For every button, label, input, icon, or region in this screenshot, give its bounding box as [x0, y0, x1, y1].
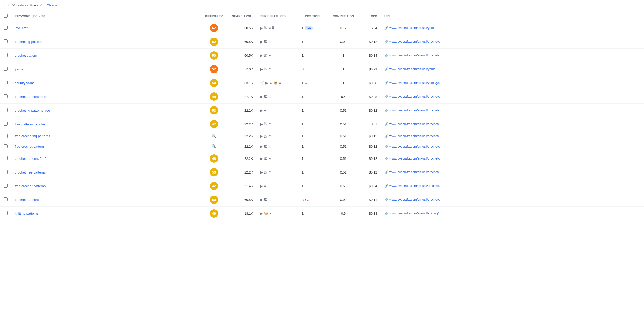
url-link[interactable]: www.lovecrafts.com/en-us/l/crochet/... — [389, 157, 441, 160]
keyword-link[interactable]: crochet patterns for free — [15, 157, 50, 161]
url-cell[interactable]: 🔗 www.lovecrafts.com/en-us/l/crochet/... — [381, 90, 644, 104]
keyword-link[interactable]: crocheting patterns — [15, 40, 43, 44]
url-cell[interactable]: 🔗 www.lovecrafts.com/en-us/l/crochet/... — [381, 165, 644, 179]
url-link[interactable]: www.lovecrafts.com/en-us/l/crochet/... — [389, 170, 441, 174]
url-cell[interactable]: 🔗 www.lovecrafts.com/en-us/l/crochet/... — [381, 49, 644, 62]
filter-remove-button[interactable]: ✕ — [39, 4, 42, 7]
row-checkbox-cell[interactable] — [0, 131, 11, 141]
keyword-link[interactable]: knitting patterns — [15, 212, 39, 215]
row-checkbox[interactable] — [4, 67, 8, 71]
keyword-cell: free crocheting patterns — [11, 131, 200, 141]
url-link[interactable]: www.lovecrafts.com/en-us/l/crochet/... — [389, 134, 441, 138]
url-link[interactable]: www.lovecrafts.com/en-us/l/crochet/... — [389, 184, 441, 188]
row-checkbox[interactable] — [4, 81, 8, 84]
filter-chip-video[interactable]: SERP Features: Video ✕ — [4, 3, 45, 8]
url-cell[interactable]: 🔗 www.lovecrafts.com/en-us/l/crochet/... — [381, 131, 644, 141]
row-checkbox[interactable] — [4, 144, 8, 148]
row-checkbox-cell[interactable] — [0, 62, 11, 76]
difficulty-badge: 50 — [210, 168, 218, 176]
row-checkbox[interactable] — [4, 26, 8, 30]
row-checkbox-cell[interactable] — [0, 207, 11, 220]
row-checkbox[interactable] — [4, 39, 8, 43]
row-checkbox-cell[interactable] — [0, 76, 11, 90]
row-checkbox-cell[interactable] — [0, 49, 11, 62]
url-cell[interactable]: 🔗 www.lovecrafts.com/en-us/l/crochet/... — [381, 35, 644, 49]
row-checkbox-cell[interactable] — [0, 179, 11, 193]
video-icon: ▶ — [260, 109, 263, 112]
row-checkbox[interactable] — [4, 211, 8, 215]
row-checkbox-cell[interactable] — [0, 165, 11, 179]
url-link[interactable]: www.lovecrafts.com/en-us/l/yarns — [389, 26, 435, 30]
url-link[interactable]: www.lovecrafts.com/en-us/l/crochet/... — [389, 198, 441, 201]
keyword-cell: crochet free patterns — [11, 165, 200, 179]
video-icon: ▶ — [265, 81, 268, 85]
keyword-link[interactable]: free crochet pattern — [15, 145, 44, 148]
url-link[interactable]: www.lovecrafts.com/en-us/l/yarns/ya... — [389, 81, 442, 85]
basket-icon: 🧺 — [274, 81, 278, 85]
url-link[interactable]: www.lovecrafts.com/en-us/l/crochet/... — [389, 95, 441, 98]
external-link-icon: 🔗 — [384, 26, 388, 30]
row-checkbox-cell[interactable] — [0, 152, 11, 165]
url-cell[interactable]: 🔗 www.lovecrafts.com/en-us/l/crochet/... — [381, 141, 644, 152]
filter-bar: SERP Features: Video ✕ Clear all — [0, 0, 644, 11]
keyword-link[interactable]: free crocheting patterns — [15, 134, 50, 138]
row-checkbox[interactable] — [4, 108, 8, 112]
row-checkbox-cell[interactable] — [0, 117, 11, 131]
image-icon: 🖼 — [264, 40, 267, 44]
row-checkbox-cell[interactable] — [0, 21, 11, 35]
url-link[interactable]: www.lovecrafts.com/en-us/l/yarns — [389, 67, 435, 71]
keyword-link[interactable]: crocheting patterns free — [15, 109, 50, 112]
url-cell[interactable]: 🔗 www.lovecrafts.com/en-us/l/yarns — [381, 21, 644, 35]
url-cell[interactable]: 🔗 www.lovecrafts.com/en-us/l/crochet/... — [381, 104, 644, 117]
keyword-link[interactable]: crochet patterns — [15, 198, 39, 202]
keyword-link[interactable]: chunky yarns — [15, 81, 35, 85]
position-cell-outer: 1 — [298, 165, 327, 179]
row-checkbox[interactable] — [4, 170, 8, 174]
row-checkbox[interactable] — [4, 184, 8, 188]
select-all-checkbox[interactable] — [4, 14, 8, 18]
video-icon: ▶ — [260, 198, 263, 202]
row-checkbox-cell[interactable] — [0, 104, 11, 117]
keyword-link[interactable]: free patterns crochet — [15, 122, 46, 126]
row-checkbox[interactable] — [4, 197, 8, 201]
row-checkbox-cell[interactable] — [0, 193, 11, 207]
keyword-cell: free patterns crochet — [11, 117, 200, 131]
row-checkbox-cell[interactable] — [0, 90, 11, 104]
keyword-link[interactable]: yarns — [15, 67, 23, 71]
row-checkbox[interactable] — [4, 156, 8, 160]
table-row: chunky yarns 54 33.1K 🛒▶🖼🧺≡ 1▲ 1 1 $0.28… — [0, 76, 644, 90]
row-checkbox-cell[interactable] — [0, 35, 11, 49]
row-checkbox[interactable] — [4, 122, 8, 126]
keyword-link[interactable]: crochet patterns free — [15, 95, 46, 99]
competition-cell: 0.92 — [327, 35, 360, 49]
clear-all-button[interactable]: Clear all — [47, 4, 58, 7]
url-cell[interactable]: 🔗 www.lovecrafts.com/en-us/l/knitting/..… — [381, 207, 644, 220]
row-checkbox-cell[interactable] — [0, 141, 11, 152]
position-cell: 1 — [302, 122, 323, 126]
list-icon: ≡ — [269, 211, 271, 215]
keyword-link[interactable]: free crochet patterns — [15, 184, 46, 188]
url-link[interactable]: www.lovecrafts.com/en-us/l/crochet/... — [389, 109, 441, 112]
difficulty-badge: 54 — [210, 79, 218, 87]
url-cell[interactable]: 🔗 www.lovecrafts.com/en-us/l/crochet/... — [381, 152, 644, 165]
url-cell[interactable]: 🔗 www.lovecrafts.com/en-us/l/crochet/... — [381, 179, 644, 193]
search-vol-cell: 60.5K — [228, 35, 257, 49]
keyword-link[interactable]: crochet free patterns — [15, 170, 46, 174]
url-link[interactable]: www.lovecrafts.com/en-us/l/knitting/... — [389, 212, 441, 215]
url-link[interactable]: www.lovecrafts.com/en-us/l/crochet/... — [389, 122, 441, 126]
header-checkbox-cell[interactable] — [0, 11, 11, 21]
keyword-link[interactable]: love craft — [15, 26, 28, 30]
difficulty-badge: 42 — [210, 182, 218, 190]
row-checkbox[interactable] — [4, 53, 8, 57]
url-cell[interactable]: 🔗 www.lovecrafts.com/en-us/l/yarns/ya... — [381, 76, 644, 90]
url-link[interactable]: www.lovecrafts.com/en-us/l/crochet/... — [389, 145, 441, 148]
row-checkbox[interactable] — [4, 94, 8, 98]
url-link[interactable]: www.lovecrafts.com/en-us/l/crochet/... — [389, 40, 441, 44]
url-cell[interactable]: 🔗 www.lovecrafts.com/en-us/l/crochet/... — [381, 117, 644, 131]
video-icon: ▶ — [260, 145, 263, 148]
url-cell[interactable]: 🔗 www.lovecrafts.com/en-us/l/crochet/... — [381, 193, 644, 207]
keyword-link[interactable]: crochet pattern — [15, 54, 37, 57]
url-cell[interactable]: 🔗 www.lovecrafts.com/en-us/l/yarns — [381, 62, 644, 76]
url-link[interactable]: www.lovecrafts.com/en-us/l/crochet/... — [389, 54, 441, 57]
row-checkbox[interactable] — [4, 134, 8, 138]
